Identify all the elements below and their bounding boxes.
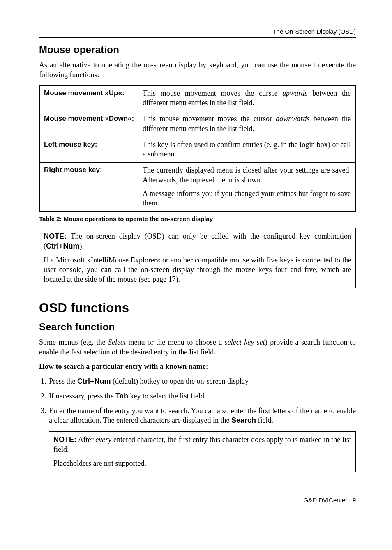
heading-osd-functions: OSD functions <box>39 301 356 315</box>
search-intro: Some menus (e.g. the Select menu or the … <box>39 338 356 357</box>
table-row: Mouse movement »Up«: This mouse movement… <box>39 85 355 111</box>
heading-mouse-operation: Mouse operation <box>39 44 356 55</box>
row-desc: The currently displayed menu is closed a… <box>138 163 355 188</box>
table-row: A message informs you if you changed you… <box>39 188 355 212</box>
list-item: Press the Ctrl+Num (default) hotkey to o… <box>48 377 356 387</box>
note-box: NOTE: After every entered character, the… <box>49 431 356 472</box>
howto-heading: How to search a particular entry with a … <box>39 362 356 372</box>
table-row: Left mouse key: This key is often used t… <box>39 137 355 163</box>
note-paragraph: NOTE: After every entered character, the… <box>53 435 351 455</box>
table-row: Mouse movement »Down«: This mouse moveme… <box>39 111 355 137</box>
page-footer: G&D DVICenter · 9 <box>39 497 356 504</box>
row-label: Right mouse key: <box>39 163 138 188</box>
row-label: Left mouse key: <box>39 137 138 163</box>
row-desc: This key is often used to confirm entrie… <box>138 137 355 163</box>
row-label: Mouse movement »Down«: <box>39 111 138 137</box>
running-head: The On-Screen Display (OSD) <box>39 28 356 35</box>
note-paragraph: If a Microsoft »IntelliMouse Explorer« o… <box>44 255 351 285</box>
row-desc: This mouse movement moves the cursor dow… <box>138 111 355 137</box>
note-paragraph: NOTE: The on-screen display (OSD) can on… <box>44 232 351 251</box>
note-box: NOTE: The on-screen display (OSD) can on… <box>39 228 356 288</box>
table-row: Right mouse key: The currently displayed… <box>39 163 355 188</box>
heading-search-function: Search function <box>39 321 356 333</box>
header-rule <box>39 37 356 38</box>
table-caption: Table 2: Mouse operations to operate the… <box>39 215 356 222</box>
row-desc-extra: A message informs you if you changed you… <box>138 188 355 212</box>
row-desc: This mouse movement moves the cursor upw… <box>138 85 355 111</box>
list-item: If necessary, press the Tab key to selec… <box>48 391 356 401</box>
steps-list: Press the Ctrl+Num (default) hotkey to o… <box>39 377 356 472</box>
note-paragraph: Placeholders are not supported. <box>53 459 351 469</box>
list-item: Enter the name of the entry you want to … <box>48 406 356 472</box>
row-label-empty <box>39 188 138 212</box>
mouse-operations-table: Mouse movement »Up«: This mouse movement… <box>39 85 356 212</box>
row-label: Mouse movement »Up«: <box>39 85 138 111</box>
intro-paragraph: As an alternative to operating the on-sc… <box>39 60 356 80</box>
